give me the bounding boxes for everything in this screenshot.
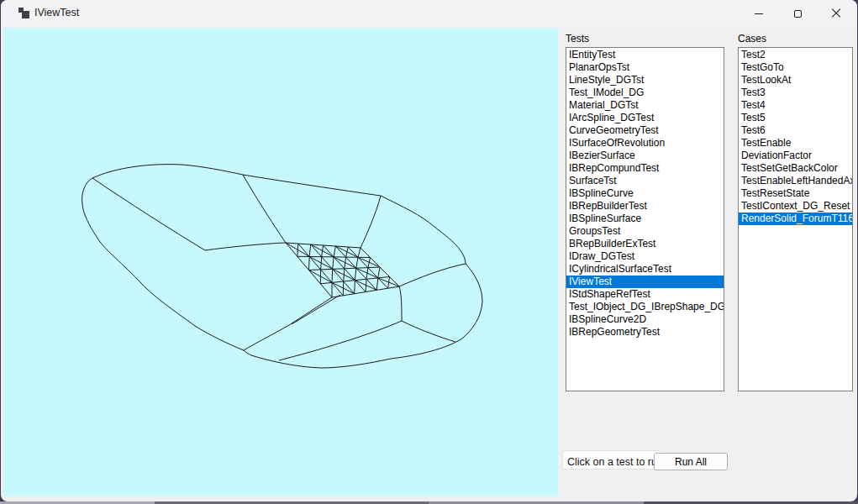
list-item[interactable]: IDraw_DGTest xyxy=(566,250,724,263)
list-item[interactable]: RenderSolid_ForumT116 xyxy=(739,213,852,225)
close-button[interactable] xyxy=(817,0,855,27)
list-item[interactable]: IBSplineCurve xyxy=(566,187,724,200)
list-item[interactable]: Test2 xyxy=(739,49,852,61)
minimize-button[interactable] xyxy=(740,0,778,27)
list-item[interactable]: ICylindricalSurfaceTest xyxy=(566,263,724,276)
list-item[interactable]: TestIContext_DG_Reset xyxy=(739,200,852,213)
list-item[interactable]: Material_DGTst xyxy=(566,99,724,112)
list-item[interactable]: TestEnableLeftHandedAxe xyxy=(739,175,852,187)
title-bar[interactable]: IViewTest xyxy=(1,0,857,27)
list-item[interactable]: Test_IObject_DG_IBrepShape_DG xyxy=(566,301,724,313)
list-item[interactable]: BRepBuilderExTest xyxy=(566,238,724,250)
cases-label: Cases xyxy=(738,33,766,45)
list-item[interactable]: IBSplineSurface xyxy=(566,213,724,225)
window-title: IViewTest xyxy=(34,7,79,18)
list-item[interactable]: IViewTest xyxy=(566,276,724,288)
list-item[interactable]: PlanarOpsTst xyxy=(566,61,724,74)
list-item[interactable]: TestEnable xyxy=(739,137,852,150)
list-item[interactable]: TestSetGetBackColor xyxy=(739,162,852,175)
status-text: Click on a test to ru xyxy=(567,456,657,468)
wireframe-surface-drawing xyxy=(3,28,558,496)
list-item[interactable]: DeviationFactor xyxy=(739,150,852,162)
status-textbox[interactable]: Click on a test to ru xyxy=(562,450,661,470)
minimize-icon xyxy=(755,13,763,14)
list-item[interactable]: Test6 xyxy=(739,124,852,137)
list-item[interactable]: IBezierSurface xyxy=(566,150,724,162)
list-item[interactable]: SurfaceTst xyxy=(566,175,724,187)
render-canvas[interactable] xyxy=(3,28,558,496)
list-item[interactable]: TestResetState xyxy=(739,187,852,200)
list-item[interactable]: CurveGeometryTest xyxy=(566,124,724,137)
list-item[interactable]: IArcSpline_DGTest xyxy=(566,112,724,124)
app-icon xyxy=(18,8,30,19)
list-item[interactable]: Test4 xyxy=(739,99,852,112)
list-item[interactable]: TestLookAt xyxy=(739,74,852,87)
app-window: IViewTest Tests IEntityTestPlanarOpsTstL… xyxy=(1,0,857,501)
screen: IViewTest Tests IEntityTestPlanarOpsTstL… xyxy=(0,0,858,504)
list-item[interactable]: IBRepBuilderTest xyxy=(566,200,724,213)
run-all-button[interactable]: Run All xyxy=(654,453,728,470)
list-item[interactable]: IBRepGeometryTest xyxy=(566,326,724,339)
tests-label: Tests xyxy=(566,33,589,45)
list-item[interactable]: TestGoTo xyxy=(739,61,852,74)
list-item[interactable]: Test_IModel_DG xyxy=(566,87,724,99)
list-item[interactable]: IStdShapeRefTest xyxy=(566,288,724,301)
list-item[interactable]: IEntityTest xyxy=(566,49,724,61)
list-item[interactable]: LineStyle_DGTst xyxy=(566,74,724,87)
list-item[interactable]: Test5 xyxy=(739,112,852,124)
list-item[interactable]: ISurfaceOfRevolution xyxy=(566,137,724,150)
cases-listbox[interactable]: Test2TestGoToTestLookAtTest3Test4Test5Te… xyxy=(738,47,853,391)
maximize-button[interactable] xyxy=(778,0,817,27)
close-icon xyxy=(831,8,841,18)
list-item[interactable]: GroupsTest xyxy=(566,225,724,238)
list-item[interactable]: Test3 xyxy=(739,87,852,99)
caption-buttons xyxy=(740,0,855,27)
tests-listbox[interactable]: IEntityTestPlanarOpsTstLineStyle_DGTstTe… xyxy=(566,47,724,391)
list-item[interactable]: IBRepCompundTest xyxy=(566,162,724,175)
list-item[interactable]: IBSplineCurve2D xyxy=(566,313,724,326)
maximize-icon xyxy=(794,10,802,18)
